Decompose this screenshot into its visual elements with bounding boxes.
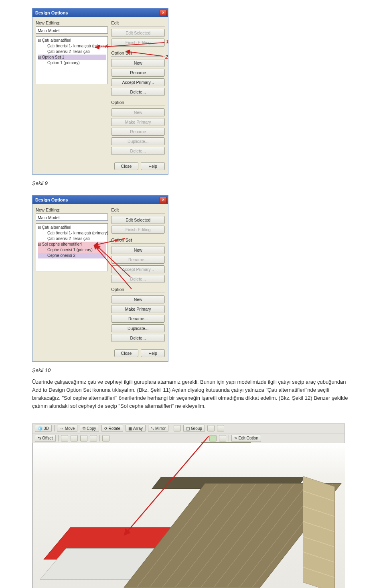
titlebar: Design Options × xyxy=(32,8,168,17)
body-paragraph: Üzerinde çalışacağımız çatı ve cepheyi i… xyxy=(32,378,353,411)
now-editing-field[interactable]: Main Model xyxy=(36,26,108,34)
tree-item-selected[interactable]: Cephe önerisi 2 xyxy=(38,253,106,258)
rotate-button[interactable]: ⟳ Rotate xyxy=(101,425,123,432)
optionset-group-label: Option Set xyxy=(111,51,165,57)
option-delete-button[interactable]: Delete... xyxy=(111,334,165,342)
edit-group-label: Edit xyxy=(111,208,165,214)
toolbar-row-2: ↹ Offset ✎ Edit Option Add to Design Opt… xyxy=(32,433,344,443)
optionset-accept-button[interactable]: Accept Primary... xyxy=(111,265,165,273)
group-button[interactable]: ◫ Group xyxy=(183,425,205,432)
viewport-3d[interactable] xyxy=(32,443,345,588)
help-button[interactable]: Help xyxy=(141,349,165,357)
design-options-dialog-2: Design Options × Now Editing: Main Model… xyxy=(32,195,168,362)
tree-item[interactable]: Çatı önerisi 1- kırma çatı (primary) xyxy=(38,230,106,236)
copy-button[interactable]: ⧉ Copy xyxy=(80,425,99,432)
dialog-title: Design Options xyxy=(34,197,160,202)
finish-editing-button[interactable]: Finish Editing xyxy=(111,39,165,47)
now-editing-field[interactable]: Main Model xyxy=(36,214,108,221)
options-tree[interactable]: ⊟ Çatı alternatifleri Çatı önerisi 1- kı… xyxy=(36,223,108,271)
option-makeprimary-button[interactable]: Make Primary xyxy=(111,118,165,126)
titlebar: Design Options × xyxy=(32,195,168,204)
tool-icon[interactable] xyxy=(207,425,215,431)
figure-caption: Şekil 9 xyxy=(32,180,353,186)
add-to-design-option-set-icon[interactable] xyxy=(209,435,217,442)
optionset-delete-button[interactable]: Delete... xyxy=(111,88,165,96)
optionset-group-label: Option Set xyxy=(111,238,165,244)
tree-item[interactable]: Cephe önerisi 1 (primary) xyxy=(38,247,106,253)
tree-group[interactable]: ⊟ Çatı alternatifleri xyxy=(38,38,106,43)
main-building xyxy=(164,467,333,588)
tree-group-highlighted[interactable]: ⊟ Sol cephe alternatifleri xyxy=(38,242,106,247)
tool-icon[interactable] xyxy=(174,425,181,431)
tree-item[interactable]: Çatı önerisi 2- teras çatı xyxy=(38,49,106,55)
option-duplicate-button[interactable]: Duplicate... xyxy=(111,324,165,332)
option-rename-button[interactable]: Rename xyxy=(111,128,165,136)
close-button[interactable]: Close xyxy=(114,349,138,357)
help-button[interactable]: Help xyxy=(141,162,165,170)
optionset-rename-button[interactable]: Rename xyxy=(111,69,165,77)
close-button[interactable]: Close xyxy=(114,162,138,170)
tree-item[interactable]: Çatı önerisi 2- teras çatı xyxy=(38,236,106,242)
offset-button[interactable]: ↹ Offset xyxy=(35,435,56,442)
close-icon[interactable]: × xyxy=(160,197,167,203)
optionset-accept-button[interactable]: Accept Primary... xyxy=(111,78,165,86)
edit-selected-button[interactable]: Edit Selected xyxy=(111,29,165,37)
annotation-badge-2: 2 xyxy=(165,54,168,60)
optionset-delete-button[interactable]: Delete... xyxy=(111,275,165,283)
option-duplicate-button[interactable]: Duplicate... xyxy=(111,137,165,145)
optionset-new-button[interactable]: New xyxy=(111,59,165,67)
tool-icon[interactable] xyxy=(90,435,97,442)
option-group-label: Option xyxy=(111,287,165,293)
tool-icon[interactable] xyxy=(71,435,78,442)
dialog-title: Design Options xyxy=(34,10,160,15)
figure-caption: Şekil 10 xyxy=(32,367,353,373)
move-button[interactable]: ↔ Move xyxy=(57,425,77,432)
option-group-label: Option xyxy=(111,100,165,106)
now-editing-label: Now Editing: xyxy=(36,208,108,212)
finish-editing-button[interactable]: Finish Editing xyxy=(111,226,165,234)
array-button[interactable]: ▦ Array xyxy=(126,425,146,432)
optionset-new-button[interactable]: New xyxy=(111,246,165,254)
tree-group[interactable]: ⊟ Çatı alternatifleri xyxy=(38,225,106,230)
options-tree[interactable]: ⊟ Çatı alternatifleri Çatı önerisi 1- kı… xyxy=(36,36,108,84)
tool-icon[interactable] xyxy=(102,435,109,442)
edit-option-button[interactable]: ✎ Edit Option xyxy=(231,435,261,442)
tree-item[interactable]: Çatı önerisi 1- kırma çatı (primary) xyxy=(38,43,106,49)
revit-toolbar-screenshot: 🧊 3D ↔ Move ⧉ Copy ⟳ Rotate ▦ Array ⇋ Mi… xyxy=(32,423,345,588)
tool-icon[interactable] xyxy=(217,425,224,431)
option-rename-button[interactable]: Rename... xyxy=(111,315,165,323)
tool-icon[interactable] xyxy=(219,435,226,442)
option-new-button[interactable]: New xyxy=(111,108,165,116)
option-makeprimary-button[interactable]: Make Primary xyxy=(111,305,165,313)
mirror-button[interactable]: ⇋ Mirror xyxy=(148,425,168,432)
tool-icon[interactable] xyxy=(80,435,87,442)
edit-group-label: Edit xyxy=(111,20,165,26)
optionset-rename-button[interactable]: Rename... xyxy=(111,256,165,264)
tree-item[interactable]: Option 1 (primary) xyxy=(38,60,106,66)
edit-selected-button[interactable]: Edit Selected xyxy=(111,216,165,224)
now-editing-label: Now Editing: xyxy=(36,20,108,25)
option-new-button[interactable]: New xyxy=(111,295,165,303)
tree-group-selected[interactable]: ⊟ Option Set 1 xyxy=(38,55,106,60)
tool-icon[interactable] xyxy=(61,435,68,442)
threeD-button[interactable]: 🧊 3D xyxy=(35,425,52,432)
close-icon[interactable]: × xyxy=(160,10,167,16)
annotation-badge-1: 1 xyxy=(166,39,169,45)
option-delete-button[interactable]: Delete... xyxy=(111,147,165,155)
toolbar-row-1: 🧊 3D ↔ Move ⧉ Copy ⟳ Rotate ▦ Array ⇋ Mi… xyxy=(32,424,344,433)
design-options-dialog-1: Design Options × Now Editing: Main Model… xyxy=(32,8,168,175)
